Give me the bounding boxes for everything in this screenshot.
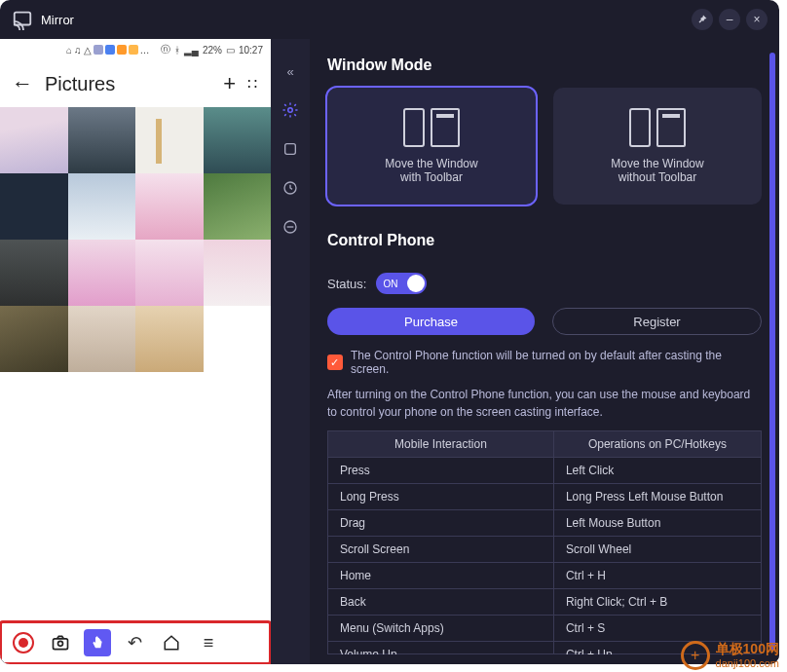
phone-control-toolbar: ↶ ≡ <box>0 621 271 664</box>
watermark-icon: + <box>681 641 710 670</box>
table-row: BackRight Click; Ctrl + B <box>328 589 761 616</box>
pc-cell: Ctrl + H <box>554 563 761 589</box>
pc-cell: Left Mouse Button <box>554 510 761 537</box>
snip-tab[interactable] <box>278 136 303 162</box>
mobile-cell: Home <box>328 563 554 589</box>
scrollbar[interactable] <box>769 53 775 651</box>
table-row: HomeCtrl + H <box>328 563 761 589</box>
mobile-cell: Back <box>328 589 554 616</box>
photo-thumb[interactable] <box>135 306 204 372</box>
photo-thumb[interactable] <box>0 306 68 372</box>
minimize-button[interactable]: – <box>719 9 740 30</box>
default-on-checkbox[interactable]: ✓ <box>327 355 343 370</box>
register-button[interactable]: Register <box>552 308 762 335</box>
pointer-button[interactable] <box>84 629 111 656</box>
mode-without-toolbar-icon <box>629 108 686 147</box>
pc-cell: Right Click; Ctrl + B <box>554 589 761 616</box>
grid-toggle-icon[interactable]: ∷ <box>247 75 259 93</box>
clock: 10:27 <box>239 45 263 56</box>
pc-cell: Left Click <box>554 458 761 484</box>
photo-thumb[interactable] <box>68 306 136 372</box>
mode-without-toolbar[interactable]: Move the Windowwithout Toolbar <box>553 88 762 205</box>
record-button[interactable] <box>10 629 37 656</box>
photo-thumb[interactable] <box>204 107 272 173</box>
table-row: Long PressLong Press Left Mouse Button <box>328 484 761 510</box>
history-tab[interactable] <box>278 175 303 201</box>
table-header-pc: Operations on PC/Hotkeys <box>554 431 761 458</box>
photo-thumb[interactable] <box>204 173 272 240</box>
battery-percent: 22% <box>203 45 222 56</box>
photo-thumb[interactable] <box>0 240 68 306</box>
pc-cell: Long Press Left Mouse Button <box>554 484 761 510</box>
control-phone-heading: Control Phone <box>327 232 762 249</box>
mode-with-toolbar[interactable]: Move the Windowwith Toolbar <box>327 88 536 205</box>
contrast-tab[interactable] <box>278 214 303 240</box>
photo-thumb[interactable] <box>68 173 136 240</box>
svg-rect-4 <box>285 144 296 155</box>
close-button[interactable]: × <box>746 9 768 30</box>
svg-rect-1 <box>54 639 68 650</box>
menu-button[interactable]: ≡ <box>195 629 222 656</box>
back-button[interactable]: ↶ <box>121 629 148 656</box>
table-row: PressLeft Click <box>328 458 761 484</box>
screenshot-button[interactable] <box>47 629 74 656</box>
photo-thumb[interactable] <box>68 107 136 173</box>
photo-thumb[interactable] <box>135 107 204 173</box>
photo-thumb[interactable] <box>0 107 68 173</box>
phone-status-bar: ⌂♫△ … ⓝ ᚼ ▂▄ 22% ▭ 10:27 <box>0 39 271 60</box>
watermark: + 单极100网 danji100.com <box>681 641 779 670</box>
titlebar: Mirror – × <box>0 0 779 39</box>
photo-thumb[interactable] <box>135 173 204 240</box>
pin-button[interactable] <box>692 9 713 30</box>
nfc-icon: ⓝ <box>161 43 170 56</box>
photo-thumb[interactable] <box>204 240 272 306</box>
settings-tab[interactable] <box>278 97 303 123</box>
photo-thumb[interactable] <box>135 240 204 306</box>
photo-grid[interactable] <box>0 107 271 497</box>
photo-thumb[interactable] <box>0 173 68 240</box>
add-icon[interactable]: + <box>223 71 236 96</box>
table-row: Menu (Switch Apps)Ctrl + S <box>328 616 761 642</box>
gallery-title: Pictures <box>45 73 115 95</box>
checkbox-label: The Control Phone function will be turne… <box>351 349 762 376</box>
svg-point-2 <box>58 641 63 646</box>
svg-rect-0 <box>15 13 31 25</box>
back-arrow-icon[interactable]: ← <box>12 71 33 96</box>
table-header-mobile: Mobile Interaction <box>328 431 554 458</box>
svg-point-3 <box>288 108 293 113</box>
status-app-icons: ⌂♫△ … <box>66 45 150 56</box>
table-row: Scroll ScreenScroll Wheel <box>328 537 761 563</box>
hotkey-table: Mobile Interaction Operations on PC/Hotk… <box>327 430 762 654</box>
collapse-panel-button[interactable]: « <box>278 58 303 84</box>
pc-cell: Ctrl + S <box>554 616 761 642</box>
side-toolbar: « <box>271 39 310 664</box>
mobile-cell: Press <box>328 458 554 484</box>
mobile-cell: Long Press <box>328 484 554 510</box>
photo-thumb[interactable] <box>68 240 136 306</box>
status-toggle[interactable]: ON <box>376 273 427 294</box>
app-window: Mirror – × ⌂♫△ … ⓝ ᚼ ▂▄ 22% ▭ 10:27 <box>0 0 779 664</box>
battery-icon: ▭ <box>226 45 235 56</box>
mobile-cell: Volume Up <box>328 642 554 654</box>
settings-panel: Window Mode Move the Windowwith Toolbar … <box>310 39 779 664</box>
app-title: Mirror <box>41 13 74 27</box>
home-button[interactable] <box>158 629 185 656</box>
window-mode-heading: Window Mode <box>327 56 762 74</box>
mobile-cell: Scroll Screen <box>328 537 554 563</box>
phone-gallery-header: ← Pictures + ∷ <box>0 60 271 107</box>
status-label: Status: <box>327 277 366 291</box>
table-row: DragLeft Mouse Button <box>328 510 761 537</box>
cast-icon <box>12 9 33 30</box>
signal-icon: ▂▄ <box>184 45 199 56</box>
phone-mirror-panel: ⌂♫△ … ⓝ ᚼ ▂▄ 22% ▭ 10:27 ← Pictures + ∷ <box>0 39 271 664</box>
purchase-button[interactable]: Purchase <box>327 308 535 335</box>
bluetooth-icon: ᚼ <box>174 45 180 56</box>
mobile-cell: Menu (Switch Apps) <box>328 616 554 642</box>
pc-cell: Scroll Wheel <box>554 537 761 563</box>
mobile-cell: Drag <box>328 510 554 537</box>
app-logo: Mirror <box>12 9 74 30</box>
mode-with-toolbar-icon <box>403 108 460 147</box>
control-description: After turning on the Control Phone funct… <box>327 386 762 421</box>
